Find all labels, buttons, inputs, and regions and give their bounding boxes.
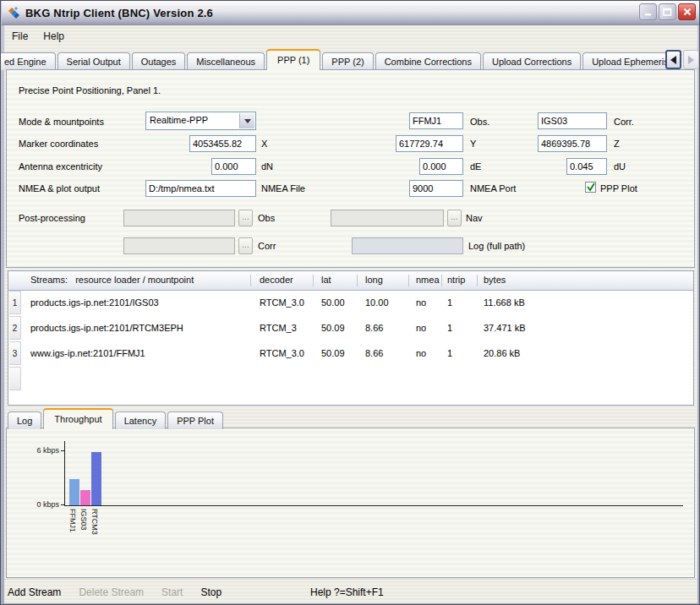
menu-item-help[interactable]: Help (36, 28, 72, 45)
column-header-decoder[interactable]: decoder (260, 275, 293, 285)
bar-label-igs03: IGS03 (79, 509, 88, 531)
y-label: Y (470, 139, 476, 149)
row-number: 3 (9, 341, 21, 365)
column-header-ntrip[interactable]: ntrip (447, 275, 465, 285)
delete-stream-button: Delete Stream (79, 586, 144, 598)
table-header: Streams: resource loader / mountpointdec… (8, 271, 693, 291)
bottom-tab-bar: LogThroughputLatencyPPP Plot (8, 408, 225, 429)
nmea-file-label: NMEA File (261, 183, 305, 193)
row-number: 2 (9, 316, 21, 340)
post-corr-browse-button[interactable]: ... (238, 237, 253, 254)
tab-scroll-left-button[interactable] (665, 50, 681, 69)
tab-ppp-2[interactable]: PPP (2) (322, 52, 373, 70)
streams-table[interactable]: Streams: resource loader / mountpointdec… (8, 270, 694, 406)
obs-mountpoint-input[interactable] (409, 112, 463, 129)
cell-ntrip: 1 (447, 348, 452, 358)
tab-serial-output[interactable]: Serial Output (57, 52, 130, 70)
cell-decoder: RTCM_3.0 (260, 297, 304, 308)
post-nav-browse-button[interactable]: ... (447, 210, 462, 226)
stop-button[interactable]: Stop (200, 586, 221, 598)
nmea-plot-output-label: NMEA & plot output (19, 183, 100, 193)
dn-label: dN (261, 161, 273, 172)
table-row[interactable]: 3www.igs-ip.net:2101/FFMJ1RTCM_3.050.098… (8, 341, 693, 366)
throughput-panel: 6 kbps 0 kbps FFMJ1IGS03RTCM3 (6, 428, 695, 578)
post-log-input (352, 237, 463, 254)
post-obs-label: Obs (258, 213, 275, 223)
cell-nmea: no (416, 348, 426, 358)
cell-long: 10.00 (365, 297, 389, 308)
bottom-tab-log[interactable]: Log (8, 412, 41, 429)
column-header-long[interactable]: long (365, 275, 383, 285)
corr-mountpoint-input[interactable] (538, 112, 607, 129)
nmea-port-input[interactable] (409, 180, 463, 197)
header-separator (441, 275, 442, 286)
bar-igs03 (80, 490, 90, 505)
column-header-nmea[interactable]: nmea (416, 275, 440, 285)
tab-outages[interactable]: Outages (132, 52, 186, 70)
tab-combine-corrections[interactable]: Combine Corrections (375, 52, 481, 70)
minimize-button[interactable] (639, 3, 657, 20)
mode-combobox-value: Realtime-PPP (150, 115, 208, 125)
bottom-tab-throughput[interactable]: Throughput (43, 408, 112, 429)
cell-mountpoint: products.igs-ip.net:2101/RTCM3EPH (30, 323, 183, 333)
marker-y-input[interactable] (396, 135, 463, 152)
start-button: Start (161, 586, 183, 598)
bar-label-ffmj1: FFMJ1 (68, 509, 77, 532)
help-shortcut-button[interactable]: Help ?=Shift+F1 (310, 586, 384, 598)
antenna-de-input[interactable] (419, 158, 463, 175)
close-icon (683, 8, 692, 16)
cell-mountpoint: www.igs-ip.net:2101/FFMJ1 (30, 348, 145, 358)
cell-bytes: 20.86 kB (484, 348, 520, 358)
marker-x-input[interactable] (189, 135, 256, 152)
title-bar: BKG Ntrip Client (BNC) Version 2.6 (2, 1, 700, 25)
nmea-port-label: NMEA Port (470, 183, 516, 193)
header-separator (477, 275, 478, 286)
row-number-empty (9, 367, 21, 390)
cell-mountpoint: products.igs-ip.net:2101/IGS03 (30, 297, 159, 308)
bottom-section: LogThroughputLatencyPPP Plot 6 kbps 0 kb… (6, 408, 695, 578)
z-label: Z (614, 139, 620, 149)
tab-ppp-1[interactable]: PPP (1) (266, 49, 320, 70)
bnc-window: BKG Ntrip Client (BNC) Version 2.6 FileH… (0, 0, 700, 605)
tab-ed-engine[interactable]: ed Engine (1, 52, 56, 70)
mode-mountpoints-label: Mode & mountpoints (19, 117, 104, 127)
post-obs-browse-button[interactable]: ... (238, 210, 253, 226)
nmea-file-input[interactable] (145, 180, 256, 197)
post-corr-label: Corr (258, 241, 276, 251)
bar-label-rtcm3: RTCM3 (90, 509, 99, 535)
bottom-tab-latency[interactable]: Latency (115, 412, 167, 429)
antenna-du-input[interactable] (566, 158, 607, 175)
chart-x-axis (64, 505, 683, 506)
panel-heading: Precise Point Positioning, Panel 1. (19, 85, 161, 95)
cell-decoder: RTCM_3.0 (260, 348, 304, 358)
antenna-dn-input[interactable] (211, 158, 256, 175)
add-stream-button[interactable]: Add Stream (8, 586, 61, 598)
x-label: X (261, 139, 267, 149)
bottom-tab-ppp-plot[interactable]: PPP Plot (167, 412, 223, 429)
combobox-dropdown-button[interactable] (239, 113, 254, 128)
close-button[interactable] (678, 3, 696, 20)
tab-upload-corrections[interactable]: Upload Corrections (483, 52, 581, 70)
table-row[interactable]: 1products.igs-ip.net:2101/IGS03RTCM_3.05… (8, 290, 693, 315)
app-icon (7, 6, 21, 20)
ppp-plot-checkbox[interactable] (585, 182, 596, 193)
arrow-right-icon (688, 56, 694, 64)
tab-upload-ephemeris[interactable]: Upload Ephemeris (582, 52, 678, 70)
marker-z-input[interactable] (538, 135, 607, 152)
marker-coordinates-label: Marker coordinates (19, 139, 98, 149)
maximize-button[interactable] (659, 3, 676, 20)
maximize-icon (663, 8, 672, 16)
column-header-mountpoint[interactable]: Streams: resource loader / mountpoint (30, 275, 194, 285)
ppp-plot-label: PPP Plot (600, 183, 637, 193)
menu-item-file[interactable]: File (4, 28, 36, 45)
post-nav-file-input (331, 210, 444, 226)
table-row[interactable]: 2products.igs-ip.net:2101/RTCM3EPHRTCM_3… (8, 315, 693, 341)
tab-miscellaneous[interactable]: Miscellaneous (187, 52, 265, 70)
post-processing-label: Post-processing (19, 213, 85, 223)
menu-bar: FileHelp (4, 26, 697, 46)
mode-combobox[interactable]: Realtime-PPP (145, 112, 256, 130)
header-separator (357, 275, 358, 286)
header-separator (408, 275, 409, 286)
column-header-bytes[interactable]: bytes (484, 275, 506, 285)
column-header-lat[interactable]: lat (321, 275, 331, 285)
